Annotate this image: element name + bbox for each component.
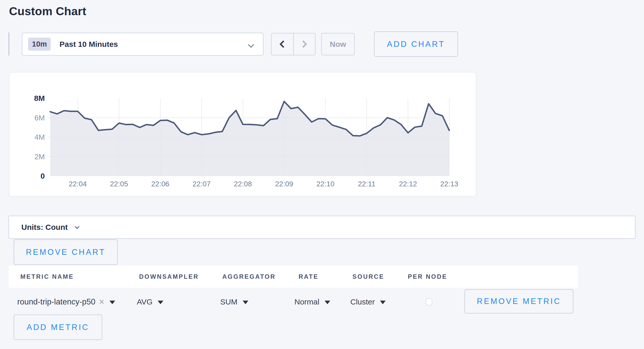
x-axis-tick-label: 22:10 xyxy=(316,180,334,188)
time-pager xyxy=(271,33,316,55)
toolbar-divider xyxy=(9,32,9,56)
column-header-downsampler: DOWNSAMPLER xyxy=(139,273,199,280)
aggregator-dropdown[interactable]: SUM xyxy=(220,298,248,306)
x-axis-tick-label: 22:12 xyxy=(399,180,417,188)
x-axis-tick-label: 22:05 xyxy=(110,180,128,188)
y-axis-tick-label: 0 xyxy=(40,172,45,180)
caret-down-icon xyxy=(109,301,115,304)
remove-chart-button[interactable]: REMOVE CHART xyxy=(14,239,118,265)
x-axis-tick-label: 22:08 xyxy=(234,180,252,188)
next-interval-button[interactable] xyxy=(294,33,315,55)
metric-name-value: round-trip-latency-p50 xyxy=(17,297,95,307)
x-axis-tick-label: 22:04 xyxy=(69,180,87,188)
downsampler-value: AVG xyxy=(137,298,152,306)
per-node-checkbox[interactable] xyxy=(426,298,432,306)
units-dropdown[interactable]: Units: Count xyxy=(9,216,635,239)
caret-down-icon xyxy=(158,301,163,304)
rate-value: Normal xyxy=(294,298,319,306)
time-range-badge: 10m xyxy=(28,38,51,51)
caret-down-icon xyxy=(243,301,248,304)
chevron-right-icon xyxy=(299,40,307,48)
remove-metric-button[interactable]: REMOVE METRIC xyxy=(464,289,573,313)
x-axis-tick-label: 22:13 xyxy=(440,180,458,188)
column-header-metric-name: METRIC NAME xyxy=(20,273,74,280)
x-axis-tick-label: 22:06 xyxy=(151,180,169,188)
chart-card: 22:0422:0522:0622:0722:0822:0922:1022:11… xyxy=(9,72,476,196)
metrics-table-header: METRIC NAME DOWNSAMPLER AGGREGATOR RATE … xyxy=(9,266,578,288)
x-axis-tick-label: 22:09 xyxy=(275,180,293,188)
x-axis-tick-label: 22:11 xyxy=(358,180,376,188)
y-axis-tick-label: 6M xyxy=(35,114,45,122)
aggregator-value: SUM xyxy=(220,298,238,306)
y-axis-tick-label: 4M xyxy=(35,133,45,141)
source-value: Cluster xyxy=(350,298,375,306)
caret-down-icon xyxy=(325,301,330,304)
x-axis-tick-label: 22:07 xyxy=(193,180,211,188)
prev-interval-button[interactable] xyxy=(272,33,294,55)
add-chart-button[interactable]: ADD CHART xyxy=(374,31,458,57)
metric-name-dropdown[interactable]: round-trip-latency-p50 × xyxy=(17,296,115,307)
page-title: Custom Chart xyxy=(9,5,86,18)
caret-down-icon xyxy=(380,301,386,304)
chevron-left-icon xyxy=(279,40,287,48)
source-dropdown[interactable]: Cluster xyxy=(350,298,386,306)
column-header-source: SOURCE xyxy=(352,273,384,280)
downsampler-dropdown[interactable]: AVG xyxy=(137,298,163,306)
y-axis-tick-label: 8M xyxy=(34,94,45,102)
column-header-aggregator: AGGREGATOR xyxy=(222,273,276,280)
time-range-label: Past 10 Minutes xyxy=(60,40,118,49)
time-series-chart: 22:0422:0522:0622:0722:0822:0922:1022:11… xyxy=(10,73,476,197)
units-label: Units: Count xyxy=(21,223,68,232)
rate-dropdown[interactable]: Normal xyxy=(294,298,330,306)
add-metric-button[interactable]: ADD METRIC xyxy=(14,315,102,340)
clear-metric-icon[interactable]: × xyxy=(99,296,104,307)
column-header-per-node: PER NODE xyxy=(408,273,447,280)
time-range-dropdown[interactable]: 10m Past 10 Minutes xyxy=(22,33,264,56)
now-button[interactable]: Now xyxy=(321,33,355,55)
column-header-rate: RATE xyxy=(299,273,319,280)
chevron-down-icon xyxy=(248,41,254,48)
chart-area-fill xyxy=(50,101,449,176)
y-axis-tick-label: 2M xyxy=(35,153,45,161)
chevron-down-icon xyxy=(75,224,79,229)
